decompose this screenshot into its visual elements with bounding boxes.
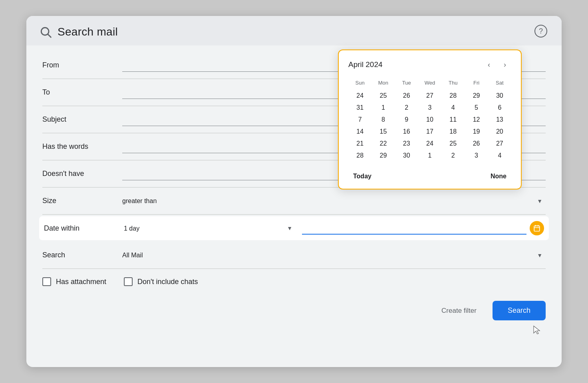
calendar-day[interactable]: 4 — [441, 102, 465, 114]
calendar-day: 31 — [348, 102, 371, 114]
from-label: From — [42, 61, 122, 69]
calendar-day[interactable]: 23 — [395, 138, 418, 150]
dialog-header: Search mail ? — [26, 16, 562, 45]
calendar-day[interactable]: 11 — [441, 114, 465, 126]
checkbox-row: Has attachment Don't include chats — [42, 269, 546, 294]
dont-include-chats-checkbox[interactable] — [124, 277, 133, 286]
calendar-day[interactable]: 30 — [395, 150, 418, 162]
calendar-day[interactable]: 22 — [371, 138, 395, 150]
day-wed: Wed — [418, 78, 441, 90]
calendar-day: 4 — [488, 150, 511, 162]
calendar-month-year: April 2024 — [348, 60, 383, 69]
calendar-day[interactable]: 16 — [395, 126, 418, 138]
calendar-day[interactable]: 24 — [418, 138, 441, 150]
search-icon — [39, 26, 52, 38]
has-attachment-item: Has attachment — [42, 277, 119, 286]
calendar-day: 24 — [348, 90, 371, 102]
calendar-week-3: 14151617181920 — [348, 126, 511, 138]
search-select[interactable]: All Mail Inbox Sent Drafts — [122, 250, 546, 260]
has-words-label: Has the words — [42, 142, 122, 151]
create-filter-button[interactable]: Create filter — [433, 302, 485, 320]
svg-rect-2 — [534, 226, 540, 231]
calendar-day[interactable]: 1 — [371, 102, 395, 114]
calendar-days-header: Sun Mon Tue Wed Thu Fri Sat — [348, 78, 511, 90]
calendar-week-0: 24252627282930 — [348, 90, 511, 102]
calendar-day: 30 — [488, 90, 511, 102]
calendar-week-4: 21222324252627 — [348, 138, 511, 150]
date-input-wrapper — [302, 221, 544, 235]
to-label: To — [42, 88, 122, 97]
calendar-day[interactable]: 14 — [348, 126, 371, 138]
calendar-day[interactable]: 5 — [465, 102, 488, 114]
day-thu: Thu — [441, 78, 465, 90]
calendar-day[interactable]: 28 — [348, 150, 371, 162]
calendar-day[interactable]: 10 — [418, 114, 441, 126]
calendar-day[interactable]: 25 — [441, 138, 465, 150]
calendar-day[interactable]: 18 — [441, 126, 465, 138]
doesnt-have-label: Doesn't have — [42, 170, 122, 178]
size-select-wrapper: greater than less than ▼ — [122, 196, 546, 206]
calendar-day[interactable]: 29 — [371, 150, 395, 162]
calendar-day[interactable]: 27 — [488, 138, 511, 150]
day-sat: Sat — [488, 78, 511, 90]
calendar-day: 26 — [395, 90, 418, 102]
size-select[interactable]: greater than less than — [122, 196, 546, 206]
subject-label: Subject — [42, 115, 122, 124]
calendar-icon — [533, 225, 540, 232]
search-button[interactable]: Search — [493, 301, 546, 320]
calendar-day: 2 — [441, 150, 465, 162]
has-attachment-checkbox[interactable] — [42, 277, 51, 286]
calendar-day[interactable]: 3 — [418, 102, 441, 114]
search-mail-dialog: Search mail ? From To Subject Has the wo… — [26, 16, 562, 367]
search-row: Search All Mail Inbox Sent Drafts ▼ — [42, 242, 546, 269]
date-text-input[interactable] — [302, 222, 526, 235]
calendar-day[interactable]: 20 — [488, 126, 511, 138]
dont-include-chats-label: Don't include chats — [137, 278, 198, 286]
calendar-day[interactable]: 9 — [395, 114, 418, 126]
day-fri: Fri — [465, 78, 488, 90]
calendar-day: 28 — [441, 90, 465, 102]
calendar-day: 27 — [418, 90, 441, 102]
calendar-icon-button[interactable] — [530, 221, 544, 235]
calendar-grid: Sun Mon Tue Wed Thu Fri Sat 242526272829… — [348, 78, 511, 162]
calendar-next-button[interactable]: › — [499, 58, 511, 71]
dont-include-chats-item: Don't include chats — [124, 277, 211, 286]
calendar-day[interactable]: 7 — [348, 114, 371, 126]
search-select-wrapper: All Mail Inbox Sent Drafts ▼ — [122, 250, 546, 260]
has-attachment-label: Has attachment — [56, 278, 106, 286]
calendar-day[interactable]: 19 — [465, 126, 488, 138]
calendar-today-button[interactable]: Today — [348, 170, 376, 182]
calendar-prev-button[interactable]: ‹ — [483, 58, 495, 71]
calendar-week-1: 31123456 — [348, 102, 511, 114]
calendar-day[interactable]: 21 — [348, 138, 371, 150]
date-within-label: Date within — [44, 224, 124, 233]
search-label: Search — [42, 251, 122, 259]
calendar-day[interactable]: 6 — [488, 102, 511, 114]
cursor-indicator — [533, 325, 541, 335]
date-within-select-wrapper: 1 day 3 days 1 week 2 weeks 1 month 2 mo… — [124, 223, 296, 233]
calendar-footer: Today None — [348, 167, 511, 182]
calendar-week-2: 78910111213 — [348, 114, 511, 126]
calendar-day[interactable]: 17 — [418, 126, 441, 138]
calendar-day[interactable]: 8 — [371, 114, 395, 126]
calendar-none-button[interactable]: None — [486, 170, 511, 182]
calendar-nav: ‹ › — [483, 58, 511, 71]
date-within-select[interactable]: 1 day 3 days 1 week 2 weeks 1 month 2 mo… — [124, 223, 296, 233]
size-label: Size — [42, 197, 122, 205]
calendar-day: 1 — [418, 150, 441, 162]
calendar-week-5: 2829301234 — [348, 150, 511, 162]
calendar-header: April 2024 ‹ › — [348, 58, 511, 71]
calendar-day[interactable]: 26 — [465, 138, 488, 150]
dialog-body: From To Subject Has the words Doesn't ha… — [26, 45, 562, 332]
calendar-day[interactable]: 12 — [465, 114, 488, 126]
footer-row: Create filter Search — [42, 294, 546, 320]
calendar-popup: April 2024 ‹ › Sun Mon Tue Wed Thu Fri S… — [338, 49, 522, 190]
calendar-day[interactable]: 2 — [395, 102, 418, 114]
day-mon: Mon — [371, 78, 395, 90]
dialog-title: Search mail — [58, 26, 118, 38]
calendar-day: 3 — [465, 150, 488, 162]
size-row: Size greater than less than ▼ — [42, 188, 546, 215]
calendar-day[interactable]: 15 — [371, 126, 395, 138]
help-button[interactable]: ? — [534, 25, 547, 38]
calendar-day[interactable]: 13 — [488, 114, 511, 126]
